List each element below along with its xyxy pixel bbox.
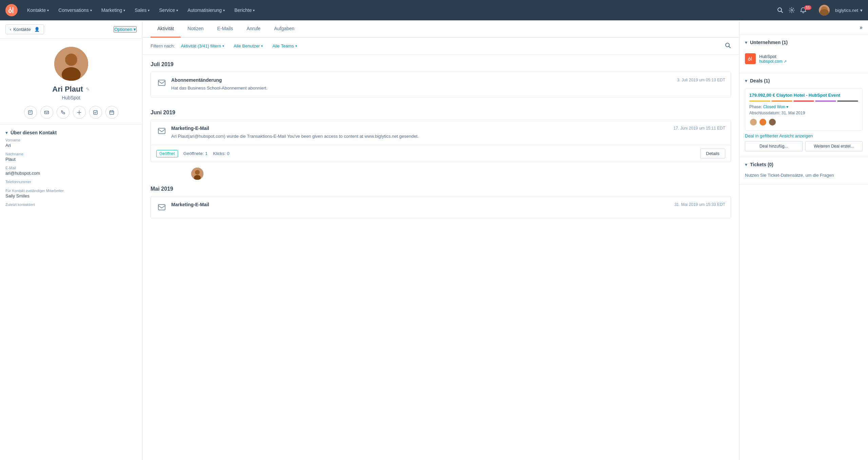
search-icon[interactable] — [777, 7, 783, 13]
filter-bar: Filtern nach: Aktivität (3/41) filtern ▾… — [142, 38, 739, 55]
tabs-bar: Aktivität Notizen E-Mails Anrufe Aufgabe… — [142, 20, 739, 38]
companies-header[interactable]: ▾ Unternehmen (1) — [739, 35, 868, 50]
sidebar-top-bar: ‹ Kontakte 👤 Optionen ▾ — [0, 20, 142, 39]
activity-time-3: 31. Mai 2019 um 15:33 EDT — [674, 202, 725, 207]
call-button[interactable] — [57, 106, 70, 119]
progress-seg-2 — [771, 100, 792, 102]
telefon-label: Telefonnummer — [5, 180, 137, 184]
tickets-title: Tickets (0) — [750, 162, 773, 167]
user-filter-button[interactable]: Alle Benutzer ▾ — [230, 42, 266, 50]
activity-card-marketing-email: Marketing-E-Mail 17. Juni 2019 um 15:11 … — [151, 120, 731, 162]
tickets-header[interactable]: ▾ Tickets (0) — [739, 157, 868, 172]
nav-conversations[interactable]: Conversations ▾ — [54, 0, 96, 20]
deal-avatar-2 — [759, 118, 767, 126]
task-button[interactable] — [89, 106, 102, 119]
company-url[interactable]: hubspot.com ↗ — [759, 59, 787, 64]
activity-body-2: Marketing-E-Mail 17. Juni 2019 um 15:11 … — [171, 126, 725, 140]
add-button[interactable] — [73, 106, 86, 119]
tab-anrufe[interactable]: Anrufe — [240, 20, 267, 38]
clicks-count: 0 — [227, 151, 229, 156]
field-vorname: Vorname Ari ⊟ — [5, 138, 137, 148]
deal-amount[interactable]: 179.092,00 € Clayton Hotel - HubSpot Eve… — [749, 93, 858, 98]
phase-value[interactable]: Closed Won ▾ — [763, 104, 789, 109]
nav-kontakte-caret: ▾ — [47, 8, 49, 12]
phase-caret-icon: ▾ — [786, 104, 788, 109]
contact-actions — [24, 106, 118, 119]
nav-conversations-caret: ▾ — [90, 8, 92, 12]
opened-count: 1 — [205, 151, 208, 156]
nav-kontakte[interactable]: Kontakte ▾ — [23, 0, 53, 20]
tab-e-mails[interactable]: E-Mails — [210, 20, 240, 38]
email-icon-3 — [156, 202, 167, 213]
deal-filtered-view-link[interactable]: Deal in gefilterter Ansicht anzeigen — [745, 133, 863, 138]
zuletzt-label: Zuletzt kontaktiert — [5, 203, 137, 207]
deals-header[interactable]: ▾ Deals (1) — [739, 73, 868, 88]
note-button[interactable] — [24, 106, 37, 119]
settings-icon[interactable] — [789, 7, 795, 13]
clicks-stat: Klicks: 0 — [213, 151, 229, 156]
hubspot-logo[interactable] — [5, 4, 18, 16]
collapse-sidebar-icon[interactable]: » — [860, 24, 863, 31]
edit-contact-icon[interactable]: ✎ — [86, 87, 90, 92]
nav-automatisierung[interactable]: Automatisierung ▾ — [183, 0, 229, 20]
companies-chevron-icon: ▾ — [745, 40, 747, 45]
companies-content: HubSpot hubspot.com ↗ — [739, 50, 868, 73]
svg-rect-20 — [158, 80, 165, 85]
add-deal-button[interactable]: Deal hinzufüg... — [745, 141, 803, 151]
notification-icon[interactable]: 55 — [800, 7, 813, 13]
activity-footer: Geöffnet Geöffnete: 1 Klicks: 0 Details — [151, 145, 731, 162]
activity-time-2: 17. Juni 2019 um 15:11 EDT — [673, 126, 725, 131]
activity-body-3: Marketing-E-Mail 31. Mai 2019 um 15:33 E… — [171, 202, 725, 209]
nav-berichte[interactable]: Berichte ▾ — [230, 0, 259, 20]
activity-card-subscription: Abonnementänderung 3. Juli 2019 um 05:13… — [151, 72, 731, 97]
nav-sales[interactable]: Sales ▾ — [131, 0, 154, 20]
tab-aufgaben[interactable]: Aufgaben — [267, 20, 301, 38]
opened-label: Geöffnete: — [183, 151, 205, 156]
calendar-button[interactable] — [105, 106, 118, 119]
nav-marketing[interactable]: Marketing ▾ — [97, 0, 129, 20]
activity-filter-button[interactable]: Aktivität (3/41) filtern ▾ — [178, 42, 228, 50]
options-button[interactable]: Optionen ▾ — [114, 26, 137, 33]
right-sidebar: » ▾ Unternehmen (1) HubSpot hubspot.com — [739, 20, 868, 460]
field-nachname: Nachname Plaut — [5, 152, 137, 162]
tab-aktivitaet[interactable]: Aktivität — [151, 20, 181, 38]
deals-title: Deals (1) — [750, 78, 770, 83]
svg-rect-21 — [158, 128, 165, 134]
deal-avatar-3 — [768, 118, 776, 126]
contact-icon: 👤 — [34, 27, 40, 32]
svg-rect-7 — [28, 111, 32, 114]
activity-search-icon[interactable] — [725, 42, 731, 50]
activity-header: Abonnementänderung 3. Juli 2019 um 05:13… — [151, 72, 731, 97]
vorname-value: Ari ⊟ — [5, 143, 137, 148]
tab-notizen[interactable]: Notizen — [181, 20, 210, 38]
options-caret-icon: ▾ — [134, 27, 136, 32]
deals-chevron-icon: ▾ — [745, 78, 747, 83]
details-button[interactable]: Details — [700, 149, 725, 158]
nav-berichte-caret: ▾ — [253, 8, 255, 12]
nav-service[interactable]: Service ▾ — [155, 0, 182, 20]
opened-stat: Geöffnete: 1 — [183, 151, 208, 156]
top-navigation: Kontakte ▾ Conversations ▾ Marketing ▾ S… — [0, 0, 868, 20]
progress-seg-4 — [815, 100, 836, 102]
team-filter-caret: ▾ — [295, 44, 297, 48]
about-chevron-icon: ▾ — [5, 130, 8, 135]
deals-section: ▾ Deals (1) 179.092,00 € Clayton Hotel -… — [739, 73, 868, 157]
contact-company: HubSpot — [62, 95, 80, 100]
opened-badge: Geöffnet — [156, 150, 178, 157]
activity-header-3: Marketing-E-Mail 31. Mai 2019 um 15:33 E… — [151, 196, 731, 218]
create-deal-button[interactable]: Weiteren Deal erstel... — [805, 141, 863, 151]
email-button[interactable] — [40, 106, 53, 119]
deal-card: 179.092,00 € Clayton Hotel - HubSpot Eve… — [745, 88, 863, 131]
nav-sales-caret: ▾ — [148, 8, 150, 12]
center-panel: Aktivität Notizen E-Mails Anrufe Aufgabe… — [142, 20, 739, 460]
activity-title: Abonnementänderung — [171, 77, 222, 83]
team-filter-button[interactable]: Alle Teams ▾ — [269, 42, 300, 50]
user-avatar[interactable] — [819, 5, 830, 16]
back-to-contacts-button[interactable]: ‹ Kontakte 👤 — [5, 24, 44, 34]
account-menu[interactable]: biglytics.net ▾ — [835, 8, 863, 13]
nachname-value: Plaut — [5, 157, 137, 162]
about-contact-title: Über diesen Kontakt — [11, 130, 57, 135]
activity-body: Abonnementänderung 3. Juli 2019 um 05:13… — [171, 77, 725, 92]
left-sidebar: ‹ Kontakte 👤 Optionen ▾ Ari — [0, 20, 142, 460]
about-contact-header[interactable]: ▾ Über diesen Kontakt — [0, 124, 142, 138]
